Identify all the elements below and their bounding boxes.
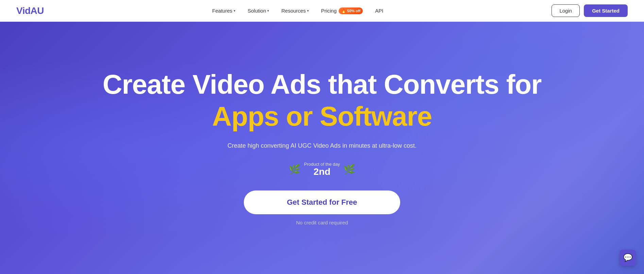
nav-pricing[interactable]: Pricing 🔥 50% off bbox=[316, 5, 368, 17]
laurel-left-icon: 🌿 bbox=[289, 164, 301, 175]
get-started-free-button[interactable]: Get Started for Free bbox=[244, 190, 400, 214]
navbar-right: Login Get Started bbox=[552, 4, 628, 17]
laurel-right-icon: 🌿 bbox=[343, 164, 355, 175]
login-button[interactable]: Login bbox=[552, 4, 580, 17]
hero-title-line1: Create Video Ads that Converts for bbox=[103, 70, 542, 99]
pricing-badge: 🔥 50% off bbox=[339, 7, 363, 14]
get-started-nav-button[interactable]: Get Started bbox=[584, 4, 628, 17]
nav-pricing-label: Pricing bbox=[321, 8, 337, 14]
logo[interactable]: VidAU bbox=[16, 5, 44, 16]
fire-icon: 🔥 bbox=[341, 8, 346, 13]
chat-widget[interactable]: 💬 bbox=[620, 250, 636, 266]
nav-features-label: Features bbox=[212, 8, 232, 14]
nav-api-label: API bbox=[375, 8, 383, 14]
nav-features[interactable]: Features ▾ bbox=[207, 5, 240, 16]
nav-solution[interactable]: Solution ▾ bbox=[243, 5, 274, 16]
nav-center: Features ▾ Solution ▾ Resources ▾ Pricin… bbox=[207, 5, 388, 17]
features-chevron-icon: ▾ bbox=[234, 9, 235, 13]
nav-resources[interactable]: Resources ▾ bbox=[276, 5, 313, 16]
chat-icon: 💬 bbox=[623, 253, 632, 262]
badge-text-group: Product of the day 2nd bbox=[304, 162, 340, 177]
no-credit-label: No credit card required bbox=[296, 220, 348, 225]
hero-content: Create Video Ads that Converts for Apps … bbox=[103, 70, 542, 226]
pricing-badge-text: 50% off bbox=[347, 9, 360, 13]
hero-title-line2: Apps or Software bbox=[212, 102, 432, 131]
nav-solution-label: Solution bbox=[248, 8, 266, 14]
nav-resources-label: Resources bbox=[281, 8, 306, 14]
navbar: VidAU Features ▾ Solution ▾ Resources ▾ … bbox=[0, 0, 644, 22]
nav-api[interactable]: API bbox=[370, 5, 388, 16]
hero-section: Create Video Ads that Converts for Apps … bbox=[0, 22, 644, 274]
resources-chevron-icon: ▾ bbox=[307, 9, 309, 13]
badge-rank: 2nd bbox=[313, 167, 331, 177]
badge-label: Product of the day bbox=[304, 162, 340, 167]
hero-subtitle: Create high converting AI UGC Video Ads … bbox=[227, 142, 417, 149]
solution-chevron-icon: ▾ bbox=[267, 9, 269, 13]
product-of-day-badge: 🌿 Product of the day 2nd 🌿 bbox=[289, 162, 355, 177]
